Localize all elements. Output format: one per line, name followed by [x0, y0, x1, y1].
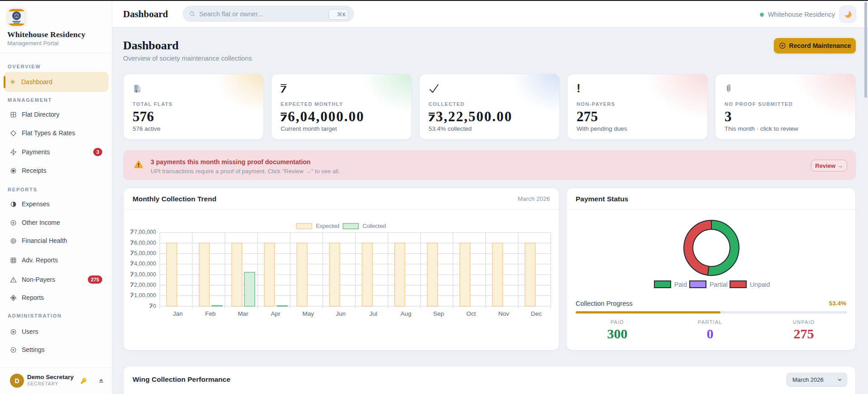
svg-text:Paid: Paid — [674, 281, 687, 288]
svg-text:Unpaid: Unpaid — [750, 281, 770, 288]
svg-text:Partial: Partial — [710, 281, 728, 288]
